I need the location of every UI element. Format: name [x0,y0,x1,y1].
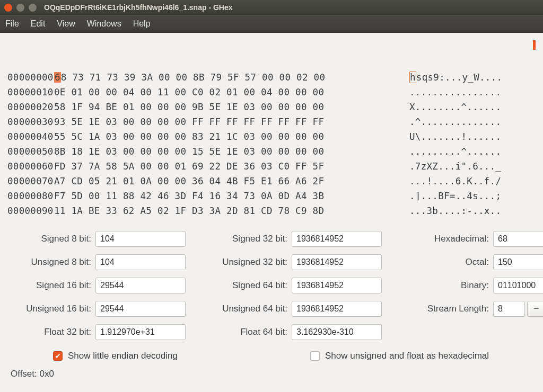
field-bin[interactable] [493,278,543,293]
hex-row[interactable]: 0000002058 1F 94 BE 01 00 00 00 9B 5E 1E… [7,100,536,114]
label-signed-32: Signed 32 bit: [207,234,292,244]
label-oct: Octal: [414,257,493,268]
checkbox-little-endian-label: Show little endian decoding [68,351,178,361]
label-unsigned-64: Unsigned 64 bit: [207,304,292,314]
label-stream-length: Stream Length: [414,304,493,314]
field-signed-16[interactable] [95,278,186,293]
label-unsigned-32: Unsigned 32 bit: [207,257,292,268]
hex-ascii[interactable]: U\.......!...... [409,129,501,144]
label-signed-16: Signed 16 bit: [11,280,95,291]
field-stream-length[interactable] [493,301,525,317]
hex-scroll-indicator [533,40,536,50]
hex-offset: 00000000 [7,70,54,85]
hex-offset: 00000050 [7,144,54,159]
hex-row[interactable]: 00000080F7 5D 00 11 88 42 46 3D F4 16 34… [7,189,536,203]
hex-row[interactable]: 00000060FD 37 7A 58 5A 00 00 01 69 22 DE… [7,159,536,174]
hex-bytes[interactable]: FD 37 7A 58 5A 00 00 01 69 22 DE 36 03 C… [54,159,409,174]
hex-bytes[interactable]: 55 5C 1A 03 00 00 00 00 83 21 1C 03 00 0… [54,129,409,144]
hex-row[interactable]: 0000003093 5E 1E 03 00 00 00 00 FF FF FF… [7,114,536,129]
label-unsigned-8: Unsigned 8 bit: [11,257,95,268]
hex-row[interactable]: 00000070A7 CD 05 21 01 0A 00 00 36 04 4B… [7,174,536,189]
field-unsigned-8[interactable] [95,254,186,270]
hex-ascii[interactable]: hsqs9:...y_W.... [409,70,502,85]
field-signed-8[interactable] [95,231,186,247]
hex-ascii[interactable]: .7zXZ...i".6..._ [409,159,501,174]
label-float-64: Float 64 bit: [207,327,292,337]
window-titlebar: OQqEDpDFrRt6iKE1rbjKh5fhNwpi46l6_1.snap … [0,0,543,15]
conversion-panel: Signed 8 bit: Signed 32 bit: Hexadecimal… [0,222,543,361]
field-signed-64[interactable] [292,278,382,293]
hex-offset: 00000060 [7,159,54,174]
hex-offset: 00000030 [7,114,54,129]
field-float-32[interactable] [95,324,186,340]
hex-bytes[interactable]: 68 73 71 73 39 3A 00 00 8B 79 5F 57 00 0… [54,70,409,85]
hex-bytes[interactable]: 0E 01 00 00 04 00 11 00 C0 02 01 00 04 0… [54,85,409,100]
label-signed-64: Signed 64 bit: [207,280,292,291]
hex-bytes[interactable]: 93 5E 1E 03 00 00 00 00 FF FF FF FF FF F… [54,114,409,129]
hex-offset: 00000010 [7,85,54,100]
menu-file[interactable]: File [5,19,19,29]
offset-label: Offset: 0x0 [0,361,543,379]
hex-bytes[interactable]: F7 5D 00 11 88 42 46 3D F4 16 34 73 0A 0… [54,189,409,203]
label-unsigned-16: Unsigned 16 bit: [11,304,95,314]
hex-offset: 00000040 [7,129,54,144]
hex-selection: 6 [54,72,61,83]
window-title: OQqEDpDFrRt6iKE1rbjKh5fhNwpi46l6_1.snap … [44,3,233,12]
hex-offset: 00000070 [7,174,54,189]
hex-row[interactable]: 000000100E 01 00 00 04 00 11 00 C0 02 01… [7,85,536,100]
field-oct[interactable] [493,254,543,270]
hex-offset: 00000080 [7,189,54,203]
checkbox-unsigned-hex[interactable]: Show unsigned and float as hexadecimal [310,351,489,361]
field-unsigned-16[interactable] [95,301,186,317]
menu-view[interactable]: View [57,19,75,29]
menu-windows[interactable]: Windows [87,19,121,29]
hex-ascii[interactable]: X........^...... [409,100,501,114]
hex-ascii[interactable]: ...!....6.K..f./ [409,174,501,189]
hex-row[interactable]: 0000009011 1A BE 33 62 A5 02 1F D3 3A 2D… [7,203,536,218]
check-icon [310,351,320,361]
field-unsigned-32[interactable] [292,254,382,270]
hex-ascii[interactable]: .]...BF=..4s...; [409,189,501,203]
hex-ascii[interactable]: .^.............. [409,114,501,129]
hex-row[interactable]: 0000004055 5C 1A 03 00 00 00 00 83 21 1C… [7,129,536,144]
hex-offset: 00000090 [7,203,54,218]
hex-ascii[interactable]: ...3b....:-..x.. [409,203,501,218]
hex-bytes[interactable]: 11 1A BE 33 62 A5 02 1F D3 3A 2D 81 CD 7… [54,203,409,218]
checkbox-unsigned-hex-label: Show unsigned and float as hexadecimal [325,351,489,361]
hex-bytes[interactable]: A7 CD 05 21 01 0A 00 00 36 04 4B F5 E1 6… [54,174,409,189]
label-signed-8: Signed 8 bit: [11,234,95,244]
window-maximize-button[interactable] [29,4,37,12]
hex-offset: 00000020 [7,100,54,114]
menu-edit[interactable]: Edit [31,19,46,29]
field-hex[interactable] [493,231,543,247]
field-unsigned-64[interactable] [292,301,382,317]
menu-bar: File Edit View Windows Help [0,15,543,33]
hex-row[interactable]: 000000508B 18 1E 03 00 00 00 00 15 5E 1E… [7,144,536,159]
stream-length-decrement[interactable]: − [527,301,543,317]
window-close-button[interactable] [4,4,12,12]
hex-ascii[interactable]: ................ [409,85,501,100]
ascii-selection: h [409,72,417,83]
label-float-32: Float 32 bit: [11,327,95,337]
check-icon: ✔ [53,351,63,361]
hex-view[interactable]: 0000000068 73 71 73 39 3A 00 00 8B 79 5F… [0,33,543,222]
hex-bytes[interactable]: 58 1F 94 BE 01 00 00 00 9B 5E 1E 03 00 0… [54,100,409,114]
hex-bytes[interactable]: 8B 18 1E 03 00 00 00 00 15 5E 1E 03 00 0… [54,144,409,159]
label-hex: Hexadecimal: [414,234,493,244]
hex-row[interactable]: 0000000068 73 71 73 39 3A 00 00 8B 79 5F… [7,70,536,85]
field-signed-32[interactable] [292,231,382,247]
checkbox-little-endian[interactable]: ✔ Show little endian decoding [53,351,178,361]
hex-ascii[interactable]: .........^...... [409,144,501,159]
window-minimize-button[interactable] [16,4,24,12]
label-bin: Binary: [414,280,493,291]
field-float-64[interactable] [292,324,382,340]
menu-help[interactable]: Help [133,19,151,29]
